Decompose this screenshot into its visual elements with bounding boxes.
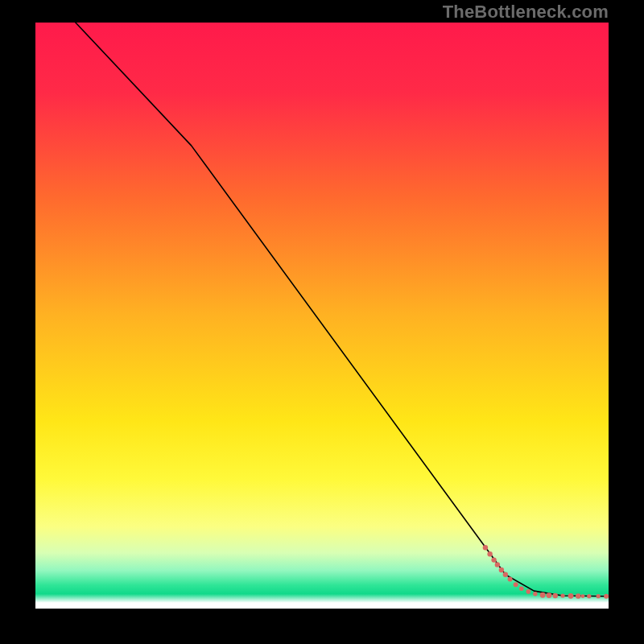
curve-marker	[604, 594, 609, 599]
curve-marker	[547, 592, 552, 598]
chart-svg	[35, 23, 609, 609]
curve-marker	[597, 594, 601, 598]
chart-plot-area	[35, 23, 609, 609]
curve-marker	[553, 593, 558, 598]
curve-marker	[508, 577, 513, 582]
curve-marker	[568, 593, 574, 599]
curve-marker	[483, 545, 488, 550]
curve-marker	[576, 593, 580, 598]
curve-marker	[526, 589, 531, 594]
curve-marker	[495, 562, 500, 567]
curve-marker	[581, 594, 585, 598]
curve-marker	[587, 594, 591, 598]
curve-marker	[519, 586, 524, 591]
chart-stage: TheBottleneck.com	[0, 0, 644, 644]
curve-marker	[491, 557, 496, 562]
curve-marker	[487, 551, 492, 556]
curve-marker	[503, 572, 508, 577]
curve-marker	[499, 568, 504, 572]
curve-marker	[514, 582, 518, 587]
curve-marker	[540, 592, 546, 598]
watermark-text: TheBottleneck.com	[443, 2, 609, 23]
curve-marker	[533, 592, 537, 596]
curve-marker	[560, 593, 564, 597]
gradient-background	[35, 23, 609, 609]
